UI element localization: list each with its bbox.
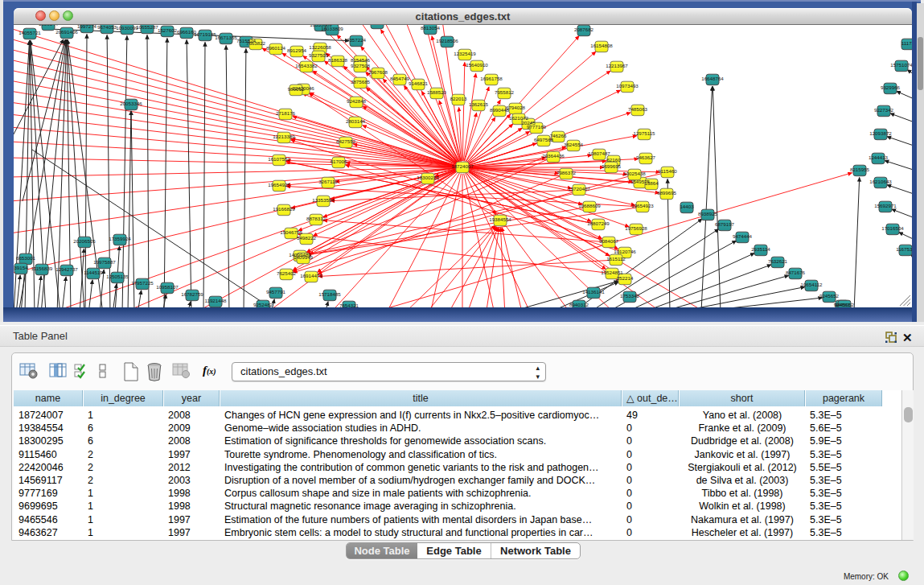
svg-text:9445052: 9445052 (835, 302, 855, 307)
svg-text:20364436: 20364436 (542, 153, 565, 159)
svg-text:8813054: 8813054 (421, 25, 441, 31)
svg-text:15718485: 15718485 (318, 291, 341, 297)
svg-text:10807487: 10807487 (588, 150, 610, 156)
svg-text:16961758: 16961758 (480, 76, 503, 81)
svg-text:8427552: 8427552 (336, 138, 356, 144)
svg-text:9674053: 9674053 (97, 25, 117, 30)
svg-text:7357224: 7357224 (347, 37, 367, 43)
svg-text:17359924: 17359924 (109, 236, 131, 241)
svg-text:2803144: 2803144 (346, 118, 366, 124)
svg-text:9084067: 9084067 (599, 238, 619, 244)
svg-text:19524851: 19524851 (601, 270, 623, 275)
svg-text:17016504: 17016504 (881, 225, 904, 231)
svg-text:6899695: 6899695 (657, 190, 677, 196)
svg-text:10654112: 10654112 (800, 282, 823, 287)
svg-text:7654321: 7654321 (339, 303, 359, 307)
svg-text:10719185: 10719185 (194, 31, 216, 37)
svg-text:9329966: 9329966 (881, 84, 901, 90)
svg-text:617006: 617006 (331, 159, 347, 164)
svg-text:252214: 252214 (617, 275, 634, 281)
svg-text:7663822: 7663822 (246, 40, 266, 46)
svg-text:1409949: 1409949 (294, 254, 314, 260)
svg-text:1615112: 1615112 (606, 256, 626, 262)
svg-text:18807249: 18807249 (587, 220, 610, 226)
svg-text:13353594: 13353594 (312, 197, 335, 203)
svg-text:7955812: 7955812 (495, 89, 515, 95)
svg-text:11172: 11172 (901, 40, 912, 46)
svg-text:8940312: 8940312 (569, 302, 589, 307)
svg-text:18724007: 18724007 (451, 163, 474, 169)
svg-text:9327508: 9327508 (351, 63, 371, 68)
svg-text:16107552: 16107552 (268, 156, 290, 162)
svg-text:6653001: 6653001 (16, 255, 36, 261)
svg-text:39154: 39154 (14, 265, 28, 270)
svg-text:16210643: 16210643 (869, 179, 892, 184)
svg-text:2967608: 2967608 (368, 69, 388, 75)
svg-text:9699695: 9699695 (602, 163, 622, 169)
svg-text:10688609: 10688609 (578, 203, 601, 208)
svg-text:20053346: 20053346 (120, 101, 142, 106)
svg-text:11921448: 11921448 (204, 298, 227, 303)
svg-text:1244413: 1244413 (869, 154, 889, 160)
svg-text:14403: 14403 (680, 204, 694, 209)
svg-text:1167533: 1167533 (896, 246, 912, 252)
svg-text:62160: 62160 (606, 157, 621, 163)
svg-text:12213389: 12213389 (273, 134, 295, 139)
svg-text:9327505: 9327505 (309, 52, 329, 58)
svg-text:16671355: 16671355 (215, 35, 237, 40)
svg-text:17957225: 17957225 (131, 280, 154, 286)
svg-text:19654925: 19654925 (268, 182, 290, 187)
svg-text:1144519: 1144519 (84, 270, 103, 275)
svg-text:7625402: 7625402 (277, 270, 297, 276)
svg-text:10930099: 10930099 (116, 25, 138, 31)
svg-text:14136141: 14136141 (582, 289, 605, 295)
svg-text:12942737: 12942737 (55, 266, 78, 272)
svg-text:19166829: 19166829 (273, 206, 295, 212)
svg-text:3875685: 3875685 (351, 79, 371, 84)
svg-text:5498222: 5498222 (297, 235, 317, 241)
svg-text:15046756: 15046756 (280, 229, 302, 235)
svg-text:15720407: 15720407 (568, 186, 590, 192)
svg-text:7632621: 7632621 (768, 258, 788, 264)
svg-text:10973493: 10973493 (616, 83, 639, 89)
svg-text:746266: 746266 (550, 133, 567, 138)
svg-text:9227342: 9227342 (874, 107, 894, 113)
svg-text:11156839: 11156839 (31, 266, 53, 271)
svg-text:8960124: 8960124 (266, 45, 286, 51)
svg-text:19975887: 19975887 (93, 259, 116, 265)
svg-text:8215955: 8215955 (850, 167, 870, 172)
svg-text:12975115: 12975115 (633, 130, 655, 136)
svg-text:16914479: 16914479 (300, 273, 322, 278)
svg-text:822013: 822013 (450, 96, 467, 101)
svg-text:9474444: 9474444 (733, 233, 753, 239)
svg-text:19218506: 19218506 (436, 38, 458, 43)
svg-text:16782759: 16782759 (181, 291, 203, 297)
svg-text:16543382: 16543382 (295, 63, 318, 68)
svg-text:19654923: 19654923 (631, 203, 654, 208)
svg-text:3267110: 3267110 (318, 179, 338, 184)
svg-text:15864: 15864 (644, 180, 659, 186)
svg-text:13226058: 13226058 (309, 44, 331, 50)
svg-text:12325419: 12325419 (454, 51, 476, 56)
svg-text:1809344: 1809344 (39, 25, 59, 27)
svg-text:10025438: 10025438 (623, 171, 646, 176)
svg-text:19756928: 19756928 (625, 225, 647, 231)
svg-text:2935114: 2935114 (751, 246, 770, 252)
svg-text:16033809: 16033809 (321, 26, 343, 31)
svg-text:16648764: 16648764 (701, 76, 724, 81)
svg-text:12505135: 12505135 (106, 274, 129, 279)
svg-text:9777169: 9777169 (527, 124, 547, 130)
svg-text:9457791: 9457791 (266, 289, 286, 295)
svg-text:7986372: 7986372 (556, 170, 577, 175)
svg-text:20691406: 20691406 (55, 29, 78, 35)
svg-text:14055721: 14055721 (18, 30, 41, 35)
svg-text:9463627: 9463627 (636, 154, 656, 160)
svg-text:9146821: 9146821 (409, 80, 429, 86)
svg-text:12093872: 12093872 (869, 130, 892, 136)
svg-text:9245652: 9245652 (819, 293, 840, 299)
svg-text:1753342: 1753342 (620, 293, 640, 299)
svg-text:9252482: 9252482 (253, 302, 273, 307)
svg-text:15692971: 15692971 (874, 203, 897, 208)
svg-text:9115460: 9115460 (658, 168, 677, 174)
svg-text:15640910: 15640910 (466, 62, 488, 68)
